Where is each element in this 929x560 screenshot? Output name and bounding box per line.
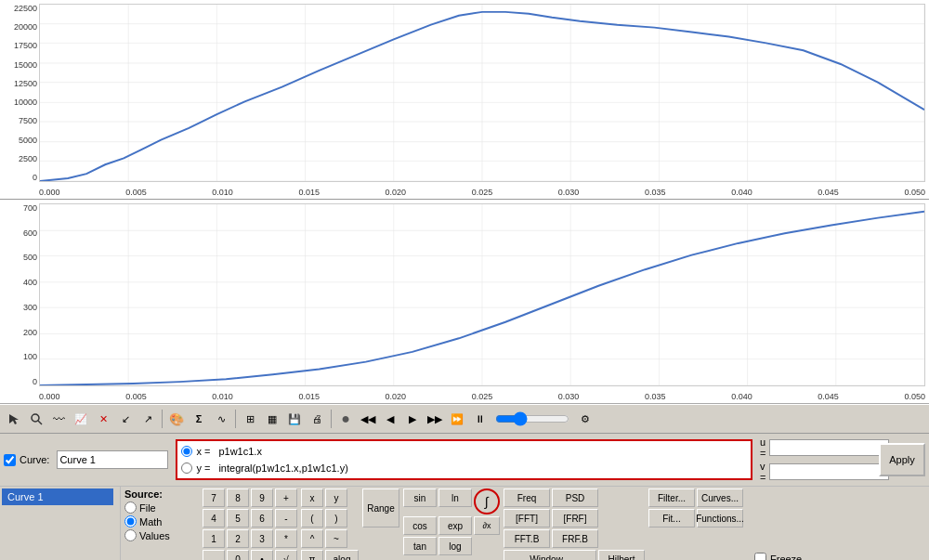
calc-2[interactable]: 2 [227,529,249,548]
calc-7[interactable]: 7 [203,488,225,507]
calc-caret[interactable]: ^ [301,529,323,548]
toolbar-x-btn[interactable]: ✕ [93,409,113,429]
analysis-row-4: Window... Hilbert [504,550,645,560]
curve-row: Curve: x = p1w1c1.x y = integral(p1w1c1.… [0,434,929,487]
sin-button[interactable]: sin [403,488,437,507]
toolbar-pause-btn[interactable]: ⏸ [469,409,490,429]
calc-bullet[interactable]: • [251,550,273,560]
calc-8[interactable]: 8 [227,488,249,507]
toolbar-cursor-btn[interactable] [4,409,24,429]
toolbar-sigma-btn[interactable]: Σ [189,409,209,429]
calc-alog[interactable]: alog [325,550,359,560]
ifrf-button[interactable]: [FRF] [552,509,598,527]
toolbar-arrow-btn[interactable]: ↙ [115,409,136,429]
calc-lparen[interactable]: ( [301,509,323,527]
uv-v-input[interactable] [769,463,889,480]
calc-multiply[interactable]: * [275,529,297,548]
source-label: Source: [124,488,199,500]
bottom-chart: 700 600 500 400 300 200 100 0 [0,200,929,404]
calc-plus[interactable]: + [275,488,297,507]
svg-point-36 [32,414,39,422]
ln-button[interactable]: ln [438,488,472,507]
frfb-button[interactable]: FRF.B [552,529,598,548]
curves-button[interactable]: Curves... [697,488,743,507]
ffti-button[interactable]: [FFT] [504,509,550,527]
toolbar-table-btn[interactable]: ▦ [262,409,282,429]
source-math-radio[interactable] [124,515,137,527]
calc-0[interactable]: 0 [227,550,249,560]
toolbar-save-btn[interactable]: 💾 [284,409,305,429]
uv-u-input[interactable] [769,439,889,456]
hilbert-button[interactable]: Hilbert [598,550,645,560]
freeze-row: Freeze [754,553,802,560]
toolbar-arrow2-btn[interactable]: ↗ [137,409,158,429]
calc-minus[interactable]: - [275,509,297,527]
calc-3[interactable]: 3 [251,529,273,548]
dx-button[interactable]: ∂x [474,516,500,535]
calc-9[interactable]: 9 [251,488,273,507]
apply-button[interactable]: Apply [879,443,925,476]
range-button[interactable]: Range [362,488,399,527]
calc-dot[interactable]: . [203,550,225,560]
curve-checkbox[interactable] [4,454,16,466]
xy-calc-section: x y ( ) ^ ~ π alog [301,488,359,560]
calc-pi[interactable]: π [301,550,323,560]
calc-x[interactable]: x [301,488,323,507]
xy-y-value: integral(p1w1c1.x,p1w1c1.y) [218,462,747,474]
toolbar-grid-btn[interactable]: ⊞ [240,409,260,429]
calc-y[interactable]: y [325,488,347,507]
toolbar-fwd-btn[interactable]: ▶▶ [425,409,445,429]
toolbar-zoom-btn[interactable] [26,409,46,429]
toolbar-slider[interactable] [495,411,569,426]
uv-row-u: u = [760,436,871,459]
window-button[interactable]: Window... [504,550,596,560]
calc-5[interactable]: 5 [227,509,249,527]
toolbar-color-btn[interactable]: 🎨 [166,409,187,429]
source-values-radio[interactable] [124,529,137,541]
uv-box: u = v = [760,436,871,483]
filter-button[interactable]: Filter... [648,488,695,507]
xy-radio-y[interactable] [181,462,192,474]
toolbar-print-btn[interactable]: 🖨 [307,409,327,429]
toolbar-settings-btn[interactable]: ⚙ [575,409,595,429]
source-file-radio[interactable] [124,501,137,514]
curve-name-input[interactable] [57,450,168,469]
calc-sqrt[interactable]: √ [275,550,297,560]
source-values-label: Values [139,530,170,541]
toolbar-chart-btn[interactable]: 📈 [71,409,91,429]
source-values-row: Values [124,529,199,541]
exp-button[interactable]: exp [438,516,472,535]
func-row-2: cos exp ∂x [403,516,500,535]
uv-u-label: u = [760,436,765,459]
calc-row-2: 4 5 6 - [203,509,297,527]
calc-tilde[interactable]: ~ [325,529,347,548]
bottom-panel: Curve: x = p1w1c1.x y = integral(p1w1c1.… [0,434,929,560]
calc-6[interactable]: 6 [251,509,273,527]
xy-radio-x[interactable] [181,446,192,457]
freeze-checkbox[interactable] [754,553,766,560]
log-button[interactable]: log [438,537,472,555]
func-row-3: tan log [403,537,500,555]
freq-button[interactable]: Freq [504,488,550,507]
tan-button[interactable]: tan [403,537,437,555]
fit-button[interactable]: Fit... [648,509,695,527]
psd-button[interactable]: PSD [552,488,598,507]
functions-button[interactable]: Functions... [697,509,743,527]
cos-button[interactable]: cos [403,516,437,535]
toolbar-play-btn[interactable]: ▶ [402,409,423,429]
calc-4[interactable]: 4 [203,509,225,527]
top-x-axis: 0.000 0.005 0.010 0.015 0.020 0.025 0.03… [39,188,925,197]
toolbar-circle-btn[interactable]: ● [335,409,356,429]
curve-list-item[interactable]: Curve 1 [2,488,113,505]
toolbar-back-btn[interactable]: ◀ [380,409,400,429]
toolbar-rwd-btn[interactable]: ◀◀ [358,409,378,429]
xy-x-value: p1w1c1.x [218,446,747,457]
calc-1[interactable]: 1 [203,529,225,548]
toolbar-ffwd-btn[interactable]: ⏩ [447,409,467,429]
toolbar-wave-btn[interactable]: 〰 [48,409,69,429]
integral-button[interactable]: ∫ [474,488,500,514]
toolbar-wave2-btn[interactable]: ∿ [211,409,231,429]
fftb-button[interactable]: FFT.B [504,529,550,548]
xy-calc-row-2: ( ) [301,509,359,527]
calc-rparen[interactable]: ) [325,509,347,527]
